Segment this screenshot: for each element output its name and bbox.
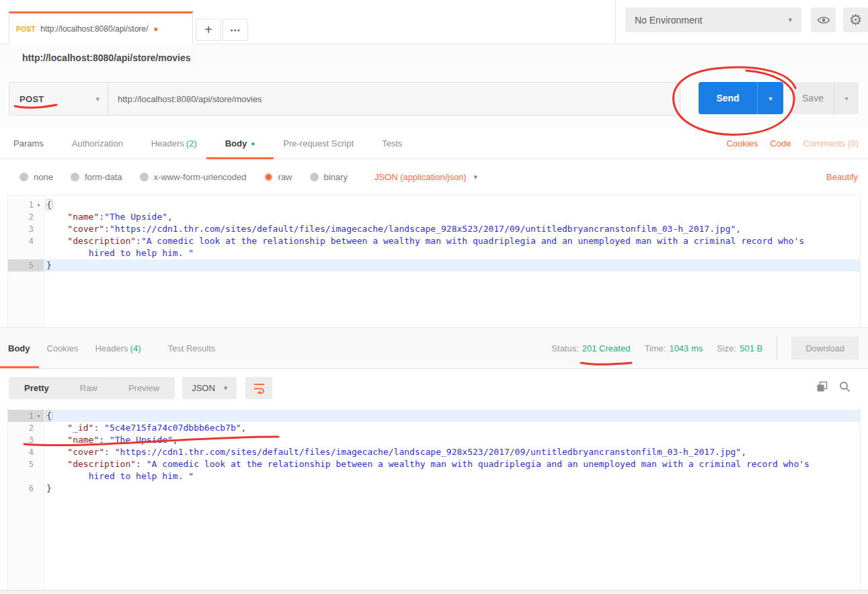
radio-binary[interactable]: binary: [310, 172, 348, 182]
code-text: }: [44, 259, 860, 271]
token-str: "The Upside": [104, 212, 167, 222]
tab-authorization[interactable]: Authorization: [72, 138, 123, 148]
code-line: 1▾{: [8, 199, 860, 211]
gutter-cell: 2: [8, 211, 44, 223]
token-str: "The Upside": [110, 435, 173, 445]
tab-params[interactable]: Params: [13, 138, 44, 148]
send-options-caret[interactable]: ▾: [758, 82, 783, 114]
download-button[interactable]: Download: [791, 337, 859, 359]
url-group: POST ▾ http://localhost:8080/api/store/m…: [9, 82, 680, 116]
code-text: "name":"The Upside",: [44, 211, 860, 223]
code-text: hired to help him. ": [44, 247, 860, 259]
status-value: 201 Created: [582, 343, 631, 353]
beautify-link[interactable]: Beautify: [826, 172, 868, 182]
radio-icon: [140, 173, 149, 181]
gutter-cell: 6: [8, 482, 44, 495]
view-preview[interactable]: Preview: [113, 383, 175, 393]
content-type-value: JSON (application/json): [374, 172, 467, 182]
code-text: "name": "The Upside",: [44, 434, 860, 446]
radio-raw[interactable]: raw: [264, 172, 292, 182]
token-punc: ,: [241, 423, 247, 433]
line-number: [8, 247, 34, 259]
save-button[interactable]: Save: [792, 82, 834, 114]
tab-body[interactable]: Body●: [225, 138, 255, 148]
wrap-lines-icon: [253, 382, 266, 394]
content-type-selector[interactable]: JSON (application/json) ▾: [374, 172, 477, 182]
token-plain: [46, 435, 67, 445]
gutter-cell: [8, 247, 44, 259]
radio-x-www-form-urlencoded[interactable]: x-www-form-urlencoded: [140, 172, 247, 182]
size-label: Size:: [717, 343, 736, 353]
gutter-spacer: [34, 446, 44, 458]
token-punc: :: [136, 459, 147, 469]
copy-button[interactable]: [816, 381, 828, 395]
tab-headers-label: Headers: [151, 138, 184, 148]
send-button[interactable]: Send: [699, 82, 758, 114]
token-plain: [46, 212, 67, 222]
radio-none[interactable]: none: [19, 172, 53, 182]
comments-link[interactable]: Comments (0): [803, 138, 859, 148]
view-pretty[interactable]: Pretty: [9, 383, 65, 393]
fold-caret-icon[interactable]: ▾: [34, 199, 44, 211]
wrap-lines-button[interactable]: [245, 377, 272, 399]
size-badge: Size:501 B: [717, 343, 762, 353]
header-divider: [615, 0, 616, 44]
gutter-spacer: [34, 470, 44, 482]
request-tab[interactable]: POST http://localhost:8080/api/store/ ●: [9, 11, 193, 44]
response-tools: [816, 381, 868, 395]
gutter-cell: 5: [8, 259, 44, 271]
view-raw[interactable]: Raw: [65, 383, 113, 393]
radio-icon: [71, 173, 79, 181]
save-button-group: Save ▾: [792, 82, 859, 114]
token-str: "A comedic look at the relationship betw…: [141, 236, 804, 246]
fold-caret-icon[interactable]: ▾: [34, 410, 44, 422]
gutter-cell: 4: [8, 235, 44, 247]
cookies-link[interactable]: Cookies: [727, 138, 758, 148]
url-input[interactable]: http://localhost:8080/api/store/movies: [108, 83, 680, 115]
token-punc: :: [93, 423, 104, 433]
response-tab-cookies[interactable]: Cookies: [47, 343, 79, 353]
code-text: "description":"A comedic look at the rel…: [44, 235, 860, 247]
request-links: Cookies Code Comments (0): [727, 138, 868, 148]
token-key: "name": [67, 212, 99, 222]
environment-selector[interactable]: No Environment ▾: [625, 7, 801, 32]
code-line: 3 "cover":"https://cdn1.thr.com/sites/de…: [8, 223, 860, 235]
chevron-down-icon: ▾: [788, 15, 792, 24]
token-str: "https://cdn1.thr.com/sites/default/file…: [110, 224, 736, 234]
body-has-content-dot: ●: [251, 140, 255, 147]
response-tab-test-results[interactable]: Test Results: [168, 343, 216, 353]
token-str: hired to help him. ": [89, 248, 194, 258]
token-plain: [46, 471, 89, 481]
code-text: "cover":"https://cdn1.thr.com/sites/defa…: [44, 223, 860, 235]
environment-quick-look-button[interactable]: [811, 7, 836, 32]
gutter-spacer: [34, 482, 44, 495]
tab-overflow-button[interactable]: ●●●: [223, 19, 248, 41]
tab-headers[interactable]: Headers(2): [151, 138, 197, 148]
new-tab-button[interactable]: +: [196, 19, 221, 41]
code-link[interactable]: Code: [771, 138, 791, 148]
response-tab-body[interactable]: Body: [8, 343, 30, 353]
footer-strip: [0, 590, 868, 594]
send-button-group: Send ▾: [699, 82, 783, 114]
token-key: "cover": [67, 447, 104, 457]
response-tab-headers[interactable]: Headers(4): [95, 343, 141, 353]
search-button[interactable]: [839, 381, 851, 395]
tab-tests[interactable]: Tests: [382, 138, 402, 148]
response-format-selector[interactable]: JSON ▾: [182, 377, 237, 399]
radio-raw-label: raw: [278, 172, 292, 182]
settings-button[interactable]: ⚙: [843, 7, 868, 32]
method-select[interactable]: POST ▾: [9, 83, 108, 115]
tab-pre-request-script[interactable]: Pre-request Script: [283, 138, 354, 148]
token-punc: :: [104, 447, 115, 457]
response-body-editor[interactable]: 1▾{2 "_id": "5c4e715fa74c07dbbb6ecb7b",3…: [7, 407, 861, 590]
request-body-editor[interactable]: 1▾{2 "name":"The Upside",3 "cover":"http…: [7, 195, 861, 327]
response-view-switcher: Pretty Raw Preview: [9, 377, 175, 399]
headers-count: (2): [186, 138, 197, 148]
save-options-caret[interactable]: ▾: [834, 82, 859, 114]
response-header: Body Cookies Headers(4) Test Results Sta…: [0, 327, 868, 369]
gutter-spacer: [34, 422, 44, 434]
radio-form-data[interactable]: form-data: [71, 172, 122, 182]
gutter-cell: 3: [8, 434, 44, 446]
tab-title: http://localhost:8080/api/store/: [40, 24, 148, 34]
line-number: 4: [8, 446, 34, 458]
